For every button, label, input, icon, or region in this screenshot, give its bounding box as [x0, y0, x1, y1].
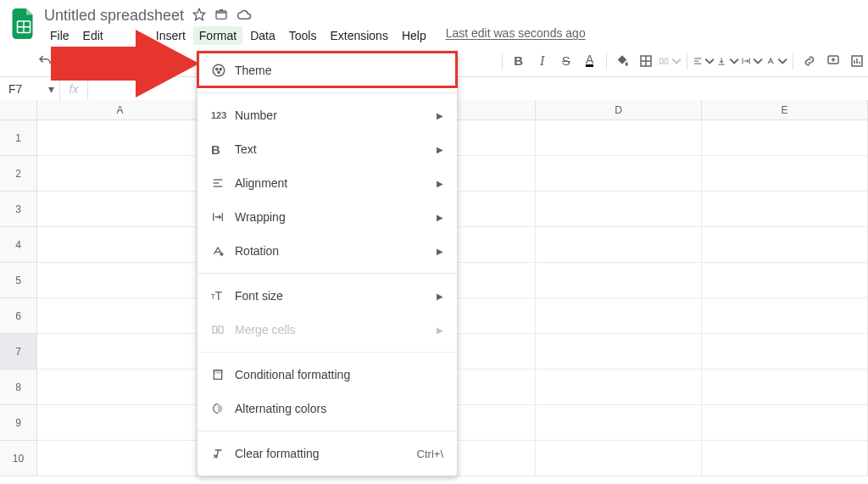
- menu-item-alternating-colors[interactable]: Alternating colors: [198, 392, 457, 426]
- cell[interactable]: [702, 370, 868, 405]
- row-header[interactable]: 8: [0, 370, 37, 405]
- cell[interactable]: [37, 192, 203, 227]
- row-header[interactable]: 9: [0, 405, 37, 441]
- row-header[interactable]: 10: [0, 441, 37, 476]
- row-header[interactable]: 7: [0, 334, 37, 370]
- row-header[interactable]: 6: [0, 298, 37, 334]
- row-header[interactable]: 2: [0, 156, 37, 192]
- merge-cells-icon: [211, 323, 235, 337]
- menu-insert[interactable]: Insert: [150, 26, 192, 45]
- borders-button[interactable]: [635, 50, 657, 72]
- document-title[interactable]: Untitled spreadsheet: [44, 7, 184, 25]
- cell[interactable]: [37, 156, 203, 192]
- row-header[interactable]: 5: [0, 263, 37, 298]
- menu-item-label: Conditional formatting: [235, 368, 350, 381]
- row-header[interactable]: 1: [0, 120, 37, 156]
- cell[interactable]: [702, 156, 868, 192]
- cell[interactable]: [536, 192, 702, 227]
- cell[interactable]: [37, 370, 203, 405]
- menu-item-rotation[interactable]: Rotation ▶: [198, 234, 457, 268]
- menu-item-label: Alignment: [235, 176, 287, 190]
- row-header[interactable]: 3: [0, 192, 37, 227]
- fx-label: fx: [59, 77, 88, 100]
- text-wrapping-button[interactable]: [741, 50, 764, 72]
- menu-item-clear-formatting[interactable]: Clear formatting Ctrl+\: [198, 437, 457, 470]
- cell[interactable]: [37, 263, 203, 298]
- menu-item-alignment[interactable]: Alignment ▶: [198, 166, 457, 200]
- cell[interactable]: [536, 405, 702, 441]
- move-to-drive-icon[interactable]: [214, 8, 228, 24]
- menu-format[interactable]: Format: [193, 26, 242, 45]
- name-box[interactable]: F7 ▾: [0, 82, 59, 96]
- cell[interactable]: [702, 263, 868, 298]
- italic-button[interactable]: I: [531, 50, 554, 72]
- star-icon[interactable]: [192, 8, 206, 24]
- sheets-logo[interactable]: [7, 7, 41, 41]
- cell[interactable]: [536, 441, 702, 476]
- cell[interactable]: [536, 120, 702, 156]
- cell[interactable]: [37, 227, 203, 263]
- submenu-arrow-icon: ▶: [437, 247, 443, 256]
- bold-button[interactable]: B: [508, 50, 530, 72]
- vertical-align-button[interactable]: [716, 50, 739, 72]
- select-all-corner[interactable]: [0, 100, 37, 120]
- cell[interactable]: [536, 263, 702, 298]
- cell[interactable]: [702, 298, 868, 334]
- menu-edit[interactable]: Edit: [77, 26, 109, 45]
- insert-chart-button[interactable]: [846, 50, 868, 72]
- cell[interactable]: [702, 192, 868, 227]
- cell[interactable]: [536, 227, 702, 263]
- menu-item-theme[interactable]: Theme: [198, 53, 457, 87]
- menu-help[interactable]: Help: [396, 26, 432, 45]
- cell[interactable]: [536, 298, 702, 334]
- row-header[interactable]: 4: [0, 227, 37, 263]
- menu-data[interactable]: Data: [244, 26, 281, 45]
- menu-item-conditional-formatting[interactable]: Conditional formatting: [198, 358, 457, 392]
- menu-item-number[interactable]: 123 Number ▶: [198, 98, 457, 132]
- menu-item-text[interactable]: B Text ▶: [198, 132, 457, 166]
- menu-item-label: Wrapping: [235, 210, 286, 224]
- cloud-status-icon[interactable]: [236, 8, 252, 23]
- cell[interactable]: [702, 441, 868, 476]
- insert-comment-button[interactable]: [822, 50, 844, 72]
- redo-button[interactable]: [58, 50, 80, 72]
- cell[interactable]: [37, 334, 203, 370]
- menu-item-label: Rotation: [235, 244, 279, 258]
- column-header[interactable]: D: [536, 100, 702, 120]
- menu-item-wrapping[interactable]: Wrapping ▶: [198, 200, 457, 234]
- merge-cells-button[interactable]: [659, 50, 682, 72]
- cell[interactable]: [702, 227, 868, 263]
- svg-rect-33: [219, 326, 223, 333]
- cell[interactable]: [37, 298, 203, 334]
- menu-item-label: Font size: [235, 289, 283, 303]
- menu-extensions[interactable]: Extensions: [324, 26, 393, 45]
- bold-icon: B: [211, 142, 235, 157]
- cell[interactable]: [536, 156, 702, 192]
- strikethrough-button[interactable]: S: [555, 50, 577, 72]
- cell[interactable]: [536, 334, 702, 370]
- cell[interactable]: [702, 405, 868, 441]
- alternating-colors-icon: [211, 402, 235, 415]
- cell[interactable]: [702, 334, 868, 370]
- fill-color-button[interactable]: [611, 50, 633, 72]
- column-header[interactable]: E: [702, 100, 868, 120]
- menu-item-label: Number: [235, 108, 277, 122]
- separator: [687, 53, 687, 70]
- undo-button[interactable]: [34, 50, 56, 72]
- cell[interactable]: [37, 120, 203, 156]
- menu-item-font-size[interactable]: тT Font size ▶: [198, 279, 457, 313]
- cell[interactable]: [37, 441, 203, 476]
- menu-tools[interactable]: Tools: [283, 26, 323, 45]
- cell[interactable]: [702, 120, 868, 156]
- last-edit-link[interactable]: Last edit was seconds ago: [446, 26, 586, 45]
- cell[interactable]: [536, 370, 702, 405]
- title-bar: Untitled spreadsheet File Edit View Inse…: [0, 0, 868, 45]
- horizontal-align-button[interactable]: [693, 50, 715, 72]
- text-color-button[interactable]: A: [579, 50, 601, 72]
- font-size-icon: тT: [211, 289, 235, 303]
- cell[interactable]: [37, 405, 203, 441]
- insert-link-button[interactable]: [798, 50, 821, 72]
- column-header[interactable]: A: [37, 100, 203, 120]
- menu-file[interactable]: File: [44, 26, 75, 45]
- text-rotation-button[interactable]: [765, 50, 788, 72]
